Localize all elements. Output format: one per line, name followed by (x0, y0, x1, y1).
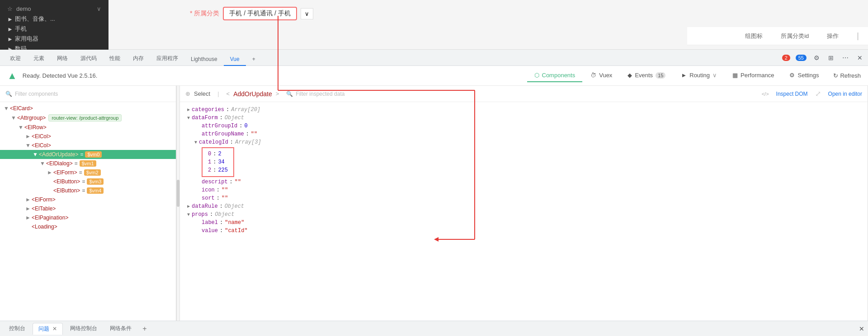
arrow-icon: ▼ (33, 151, 39, 158)
inspector-panel: ⊕ Select | < AddOrUpdate > 🔍 Filter insp… (180, 86, 868, 321)
open-in-editor-btn[interactable]: Open in editor (828, 91, 862, 97)
inspect-dom-btn[interactable]: Inspect DOM (776, 91, 808, 97)
arrow-icon: ► (25, 205, 32, 212)
arrow-icon: ► (25, 215, 32, 221)
category-dropdown-btn[interactable]: ∨ (301, 8, 313, 19)
settings-icon[interactable]: ⚙ (812, 53, 821, 62)
error-badge: 2 (782, 55, 790, 61)
chevron-icon: ∨ (97, 5, 101, 12)
tab-vue[interactable]: Vue (224, 53, 246, 66)
search-icon: 🔍 (286, 91, 293, 97)
sidebar-item-phone[interactable]: ► 手机 (0, 24, 108, 34)
tree-item-elform-inner[interactable]: ► <ElForm> = $vm2 (0, 168, 176, 177)
tab-elements[interactable]: 元素 (27, 52, 51, 66)
issues-tab-close[interactable]: ✕ (52, 326, 57, 332)
nav-routing[interactable]: ► Routing ∨ (674, 69, 724, 82)
main-content: 🔍 Filter components ▼ <ElCard> ▼ <Attrgr… (0, 86, 868, 321)
data-line-props-value: value : "catId" (187, 227, 860, 235)
tree-item-elbutton-2[interactable]: ► <ElButton> = $vm4 (0, 186, 176, 195)
tree-item-eltable[interactable]: ► <ElTable> (0, 204, 176, 213)
tree-item-elform-outer[interactable]: ► <ElForm> (0, 195, 176, 204)
vue-logo: ▲ (7, 70, 17, 82)
category-label: * 所属分类 (190, 9, 219, 18)
app-top-bar: ☆ demo ∨ ► 图书、音像、... ► 手机 ► 家用电器 ► 数码 ► … (0, 0, 868, 50)
tab-add[interactable]: + (246, 53, 262, 66)
sidebar-title: ☆ demo ∨ (0, 4, 108, 14)
refresh-btn[interactable]: ↻ Refresh (833, 72, 861, 79)
select-icon[interactable]: ⊕ (185, 90, 190, 97)
vue-bar: ▲ Ready. Detected Vue 2.5.16. ⬡ Componen… (0, 66, 868, 86)
vuex-icon: ⏱ (590, 72, 596, 79)
nav-settings[interactable]: ⚙ Settings (782, 69, 826, 82)
vue-ready-text: Ready. Detected Vue 2.5.16. (23, 72, 527, 79)
tree-item-elcol-2[interactable]: ▼ <ElCol> (0, 141, 176, 150)
data-line-categories: ► categories : Array[20] (187, 106, 860, 114)
bottom-tab-issues[interactable]: 问题 ✕ (33, 323, 63, 335)
tree-item-addorupdate[interactable]: ▼ <AddOrUpdate> = $vm0 (0, 150, 176, 159)
nav-performance[interactable]: ▦ Performance (725, 69, 781, 82)
sidebar-item-appliance[interactable]: ► 家用电器 (0, 34, 108, 44)
inspector-component-name: AddOrUpdate (233, 90, 272, 98)
search-icon: 🔍 (5, 91, 12, 97)
dock-icon[interactable]: ⊞ (826, 53, 835, 62)
data-line-props-label: label : "name" (187, 219, 860, 227)
tab-application[interactable]: 应用程序 (150, 52, 184, 66)
bottom-tab-network-console[interactable]: 网络控制台 (65, 323, 103, 334)
sidebar-item-books[interactable]: ► 图书、音像、... (0, 14, 108, 24)
component-tree-panel: 🔍 Filter components ▼ <ElCard> ▼ <Attrgr… (0, 86, 176, 321)
data-line-sort: sort : "" (187, 194, 860, 202)
data-line-attrgroupid: attrGroupId : 0 (187, 122, 860, 130)
inspector-actions: </> Inspect DOM ⤢ Open in editor (762, 89, 862, 98)
vm-badge: $vm1 (80, 160, 96, 167)
warning-badge: 55 (796, 55, 807, 61)
category-value[interactable]: 手机 / 手机通讯 / 手机 (223, 7, 297, 20)
tree-item-elcard[interactable]: ▼ <ElCard> (0, 104, 176, 113)
settings-icon: ⚙ (789, 72, 795, 79)
tree-item-elcol-1[interactable]: ► <ElCol> (0, 132, 176, 141)
tab-source[interactable]: 源代码 (74, 52, 103, 66)
bottom-tab-add[interactable]: + (139, 325, 150, 333)
data-line-icon: icon : "" (187, 186, 860, 194)
tree-item-elbutton-1[interactable]: ► <ElButton> = $vm3 (0, 177, 176, 186)
arrow-icon: ► (7, 36, 13, 42)
tree-item-elrow[interactable]: ▼ <ElRow> (0, 123, 176, 132)
scrollbar-thumb[interactable]: | (857, 31, 859, 41)
tab-network[interactable]: 网络 (51, 52, 74, 66)
search-placeholder[interactable]: Filter inspected data (296, 91, 344, 97)
bottom-tab-network-conditions[interactable]: 网络条件 (104, 323, 137, 334)
tab-welcome[interactable]: 欢迎 (4, 52, 27, 66)
arrow-icon: ▼ (11, 115, 17, 121)
router-badge: router-view: /product-attrgroup (48, 114, 122, 121)
vue-nav: ⬡ Components ⏱ Vuex ◆ Events 15 ► Routin… (527, 69, 826, 82)
routing-icon: ► (681, 72, 687, 79)
table-header-right: 组图标 所属分类id 操作 | (687, 27, 868, 45)
nav-vuex[interactable]: ⏱ Vuex (583, 69, 619, 82)
devtools-panel: 欢迎 元素 网络 源代码 性能 内存 应用程序 Lighthouse Vue +… (0, 50, 868, 336)
tab-memory[interactable]: 内存 (127, 52, 150, 66)
left-sidebar: ☆ demo ∨ ► 图书、音像、... ► 手机 ► 家用电器 ► 数码 ► … (0, 0, 108, 50)
data-line-0: 0 : 2 (208, 150, 228, 158)
close-icon[interactable]: ✕ (855, 53, 864, 62)
bottom-close-btn[interactable]: ✕ (859, 325, 864, 332)
tree-item-eldialog[interactable]: ▼ <ElDialog> = $vm1 (0, 159, 176, 168)
tree-item-loading[interactable]: ► <Loading> (0, 222, 176, 231)
tab-lighthouse[interactable]: Lighthouse (184, 53, 224, 66)
bottom-tab-console[interactable]: 控制台 (4, 323, 31, 334)
arrow-icon: ► (47, 169, 53, 176)
more-icon[interactable]: ⋯ (841, 53, 850, 62)
nav-events[interactable]: ◆ Events 15 (620, 69, 673, 82)
arrow-icon: ► (7, 26, 13, 33)
components-icon: ⬡ (534, 72, 539, 79)
tree-item-attrgroup[interactable]: ▼ <Attrgroup> router-view: /product-attr… (0, 113, 176, 123)
tab-performance[interactable]: 性能 (103, 52, 127, 66)
inspector-search: 🔍 Filter inspected data (286, 91, 758, 97)
catelogid-values: 0 : 2 1 : 34 2 : 225 (202, 147, 234, 177)
tree-scrollbar[interactable] (176, 86, 180, 321)
star-icon: ☆ (7, 5, 13, 12)
select-label: Select (194, 90, 210, 97)
search-placeholder[interactable]: Filter components (15, 91, 58, 97)
events-icon: ◆ (627, 72, 632, 79)
nav-components[interactable]: ⬡ Components (527, 69, 583, 82)
tree-item-elpagination[interactable]: ► <ElPagination> (0, 213, 176, 222)
arrow-icon: ▼ (25, 142, 32, 149)
